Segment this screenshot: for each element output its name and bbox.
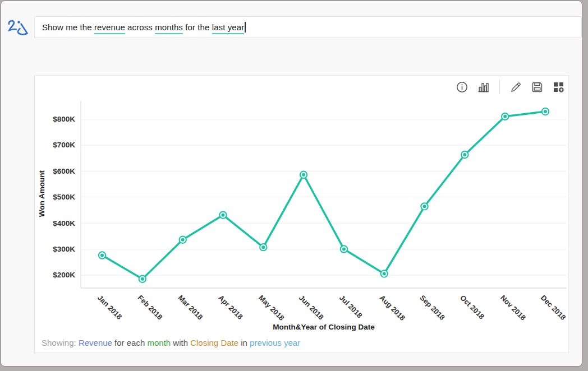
data-point-feb-2018[interactable]: [139, 276, 146, 282]
x-tick-label: May 2018: [257, 294, 286, 322]
query-input[interactable]: Show me the revenue across months for th…: [34, 16, 582, 38]
x-tick-label: Sep 2018: [418, 294, 446, 322]
showing-text: in: [238, 338, 250, 347]
x-tick-label: Oct 2018: [458, 294, 486, 321]
showing-field-chip[interactable]: previous year: [250, 338, 300, 347]
x-tick-label: Jul 2018: [338, 294, 364, 320]
text-cursor: [245, 22, 246, 33]
showing-field-chip[interactable]: Revenue: [79, 338, 112, 347]
x-tick-label: Mar 2018: [177, 294, 205, 322]
data-point-may-2018[interactable]: [260, 244, 267, 251]
data-point-apr-2018[interactable]: [219, 211, 226, 218]
data-point-jul-2018[interactable]: [341, 245, 347, 252]
y-tick-label: $200K: [53, 271, 75, 279]
revenue-line: [102, 112, 545, 279]
zia-logo: [7, 18, 31, 38]
x-axis-title: Month&Year of Closing Date: [81, 323, 567, 331]
zia-window: Show me the revenue across months for th…: [1, 1, 582, 367]
revenue-line-chart: $200K$300K$400K$500K$600K$700K$800KJan 2…: [35, 76, 569, 335]
query-word: for the: [183, 22, 212, 32]
data-point-nov-2018[interactable]: [502, 113, 508, 120]
query-text: Show me the revenue across months for th…: [42, 22, 244, 32]
showing-text: Showing:: [42, 338, 79, 347]
showing-field-chip[interactable]: month: [147, 338, 171, 347]
data-point-jan-2018[interactable]: [99, 252, 105, 258]
y-tick-label: $700K: [53, 141, 75, 149]
showing-summary: Showing: Revenue for each month with Clo…: [42, 338, 562, 347]
x-tick-label: Aug 2018: [378, 294, 407, 322]
query-word: across: [125, 22, 155, 32]
query-term[interactable]: months: [155, 22, 183, 34]
chart-panel: Won Amount $200K$300K$400K$500K$600K$700…: [34, 75, 569, 353]
data-point-mar-2018[interactable]: [179, 236, 186, 243]
x-tick-label: Jan 2018: [96, 294, 123, 321]
data-point-aug-2018[interactable]: [381, 270, 388, 277]
y-tick-label: $500K: [53, 193, 75, 201]
y-tick-label: $300K: [53, 245, 75, 253]
query-word: Show me the: [42, 22, 94, 32]
showing-text: for each: [112, 338, 148, 347]
y-tick-label: $400K: [53, 219, 75, 228]
data-point-dec-2018[interactable]: [542, 108, 549, 115]
query-term[interactable]: revenue: [94, 22, 125, 34]
data-point-jun-2018[interactable]: [300, 171, 307, 178]
y-tick-label: $800K: [53, 115, 75, 123]
x-tick-label: Dec 2018: [539, 294, 567, 322]
data-point-sep-2018[interactable]: [421, 203, 428, 210]
query-term[interactable]: last year: [212, 22, 245, 34]
data-point-oct-2018[interactable]: [461, 151, 468, 158]
x-tick-label: Apr 2018: [217, 294, 244, 321]
showing-text: with: [171, 338, 190, 347]
y-tick-label: $600K: [53, 167, 75, 175]
x-tick-label: Jun 2018: [297, 294, 325, 322]
showing-field-chip[interactable]: Closing Date: [190, 338, 238, 347]
x-tick-label: Feb 2018: [136, 294, 164, 322]
x-tick-label: Nov 2018: [499, 294, 527, 322]
